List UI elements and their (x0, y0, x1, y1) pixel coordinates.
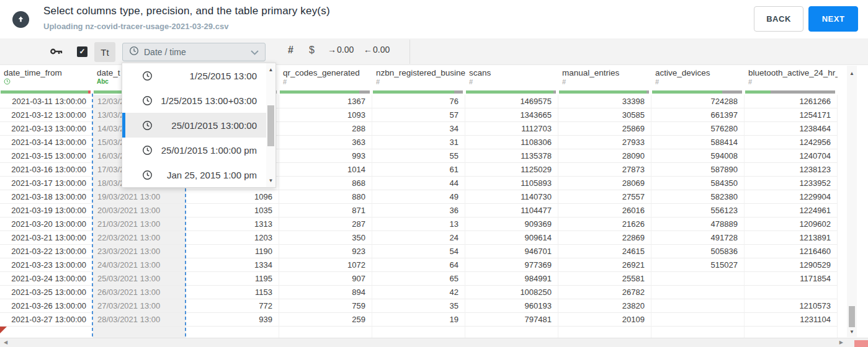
cell[interactable]: 36 (372, 204, 465, 217)
increase-decimal-button[interactable]: →0.00 (328, 45, 354, 55)
cell[interactable]: 1334 (186, 258, 279, 272)
next-button[interactable]: NEXT (808, 6, 858, 32)
cell[interactable]: 28069 (558, 177, 651, 190)
cell[interactable]: 24615 (558, 245, 651, 258)
cell[interactable]: 2021-03-25 13:00:00 (0, 286, 93, 299)
cell[interactable]: 1014 (279, 163, 372, 177)
scroll-down-icon[interactable]: ▼ (847, 329, 857, 335)
cell[interactable]: 30585 (558, 108, 651, 122)
cell[interactable] (558, 327, 651, 338)
cell[interactable]: 1171854 (745, 272, 838, 286)
cell[interactable]: 1229904 (745, 190, 838, 204)
cell[interactable] (279, 327, 372, 338)
cell[interactable]: 55 (372, 149, 465, 163)
cell[interactable]: 363 (279, 136, 372, 149)
cell[interactable]: 724288 (651, 95, 745, 108)
cell[interactable]: 13 (372, 217, 465, 231)
cell[interactable]: 894 (279, 286, 372, 299)
primary-key-icon[interactable] (50, 46, 63, 59)
cell[interactable]: 21626 (558, 217, 651, 231)
column-header-scans[interactable]: scans# (465, 65, 558, 95)
cell[interactable]: 478889 (651, 217, 745, 231)
cell[interactable]: 1153 (186, 286, 279, 299)
cell[interactable]: 25581 (558, 272, 651, 286)
date-format-option[interactable]: 1/25/2015 13:00 (122, 63, 275, 88)
scroll-down-icon[interactable]: ▼ (266, 178, 275, 183)
cell[interactable]: 23/03/2021 13:00 (93, 245, 186, 258)
cell[interactable]: 1072 (279, 258, 372, 272)
cell[interactable]: 1290529 (745, 258, 838, 272)
cell[interactable] (745, 327, 838, 338)
cell[interactable]: 42 (372, 286, 465, 299)
cell[interactable]: 26782 (558, 286, 651, 299)
cell[interactable]: 587890 (651, 163, 745, 177)
scroll-left-icon[interactable]: ◀ (4, 340, 7, 345)
vertical-scrollbar-thumb[interactable] (849, 306, 855, 327)
cell[interactable]: 515027 (651, 258, 745, 272)
cell[interactable]: 1242956 (745, 136, 838, 149)
cell[interactable]: 21/03/2021 13:00 (93, 217, 186, 231)
cell[interactable]: 2021-03-15 13:00:00 (0, 149, 93, 163)
cell[interactable]: 28/03/2021 13:00 (93, 313, 186, 327)
cell[interactable]: 33398 (558, 95, 651, 108)
cell[interactable]: 288 (279, 122, 372, 136)
cell[interactable]: 868 (279, 177, 372, 190)
cell[interactable]: 26921 (558, 258, 651, 272)
cell[interactable]: 35 (372, 299, 465, 313)
cell[interactable]: 2021-03-18 13:00:00 (0, 190, 93, 204)
cell[interactable]: 1035 (186, 204, 279, 217)
cell[interactable]: 1108306 (465, 136, 558, 149)
cell[interactable]: 26016 (558, 204, 651, 217)
cell[interactable]: 1203 (186, 231, 279, 245)
cell[interactable]: 880 (279, 190, 372, 204)
cell[interactable] (93, 327, 186, 338)
column-header-nzbn_registered_busine[interactable]: nzbn_registered_busine# (372, 65, 465, 95)
cell[interactable]: 20/03/2021 13:00 (93, 204, 186, 217)
cell[interactable]: 1209602 (745, 217, 838, 231)
cell[interactable]: 1125029 (465, 163, 558, 177)
cell[interactable] (651, 313, 745, 327)
cell[interactable]: 54 (372, 245, 465, 258)
cell[interactable]: 1469575 (465, 95, 558, 108)
cell[interactable]: 27557 (558, 190, 651, 204)
cell[interactable]: 1096 (186, 190, 279, 204)
cell[interactable]: 1112703 (465, 122, 558, 136)
cell[interactable]: 1231104 (745, 313, 838, 327)
cell[interactable]: 1195 (186, 272, 279, 286)
cell[interactable]: 19/03/2021 13:00 (93, 190, 186, 204)
cell[interactable]: 61 (372, 163, 465, 177)
column-header-date_time_from[interactable]: date_time_from (0, 65, 93, 95)
cell[interactable]: 1140730 (465, 190, 558, 204)
cell[interactable] (651, 327, 745, 338)
cell[interactable]: 2021-03-23 13:00:00 (0, 258, 93, 272)
cell[interactable]: 939 (186, 313, 279, 327)
cell[interactable]: 1135378 (465, 149, 558, 163)
cell[interactable]: 977369 (465, 258, 558, 272)
date-format-option[interactable]: Jan 25, 2015 1:00 pm (122, 162, 275, 187)
cell[interactable]: 797481 (465, 313, 558, 327)
scroll-up-icon[interactable]: ▲ (266, 67, 275, 72)
cell[interactable]: 491728 (651, 231, 745, 245)
cell[interactable]: 2021-03-27 13:00:00 (0, 313, 93, 327)
dropdown-scrollbar[interactable]: ▲ ▼ (266, 63, 275, 187)
cell[interactable]: 1238464 (745, 122, 838, 136)
cell[interactable]: 24 (372, 231, 465, 245)
cell[interactable]: 909614 (465, 231, 558, 245)
cell[interactable]: 1254171 (745, 108, 838, 122)
cell[interactable]: 582380 (651, 190, 745, 204)
cell[interactable]: 588414 (651, 136, 745, 149)
cell[interactable]: 1261266 (745, 95, 838, 108)
cell[interactable]: 584350 (651, 177, 745, 190)
cell[interactable]: 1216460 (745, 245, 838, 258)
cell[interactable]: 76 (372, 95, 465, 108)
cell[interactable]: 1224961 (745, 204, 838, 217)
cell[interactable]: 946701 (465, 245, 558, 258)
cell[interactable]: 2021-03-22 13:00:00 (0, 245, 93, 258)
cell[interactable]: 1008250 (465, 286, 558, 299)
cell[interactable]: 1213891 (745, 231, 838, 245)
cell[interactable]: 44 (372, 177, 465, 190)
cell[interactable] (186, 327, 279, 338)
cell[interactable]: 350 (279, 231, 372, 245)
dropdown-scrollbar-thumb[interactable] (267, 105, 274, 146)
cell[interactable]: 993 (279, 149, 372, 163)
